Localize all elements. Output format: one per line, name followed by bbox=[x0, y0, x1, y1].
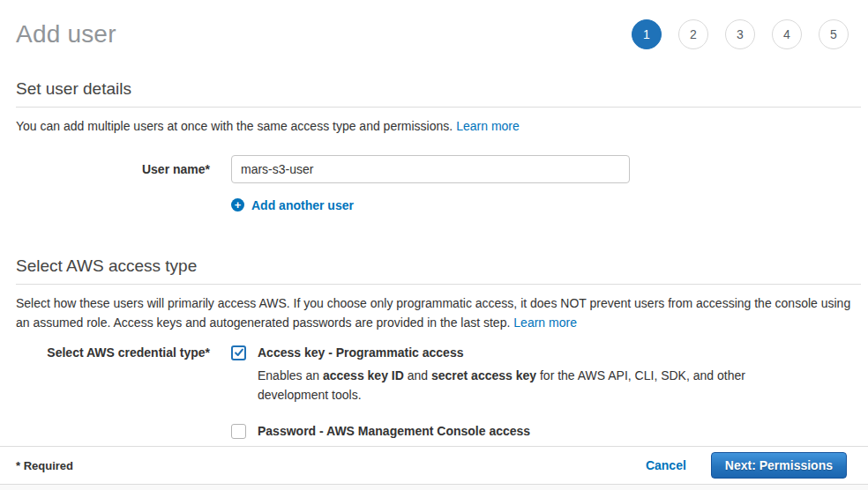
wizard-step-2: 2 bbox=[678, 19, 708, 49]
wizard-step-4: 4 bbox=[772, 19, 802, 49]
checkmark-icon bbox=[234, 347, 244, 358]
plus-circle-icon: + bbox=[231, 198, 244, 212]
required-note: * Required bbox=[16, 459, 73, 472]
user-details-heading: Set user details bbox=[16, 79, 861, 108]
user-details-intro: You can add multiple users at once with … bbox=[16, 116, 861, 136]
access-type-learn-more-link[interactable]: Learn more bbox=[513, 316, 577, 330]
password-title[interactable]: Password - AWS Management Console access bbox=[258, 423, 715, 440]
footer-row: * Required Cancel Next: Permissions bbox=[0, 447, 868, 485]
add-another-user-button[interactable]: + Add another user bbox=[231, 198, 354, 212]
desc-text: and bbox=[404, 368, 431, 382]
page-title: Add user bbox=[16, 20, 116, 48]
wizard-footer: * Required Cancel Next: Permissions bbox=[0, 446, 868, 485]
username-input[interactable] bbox=[231, 155, 630, 183]
wizard-steps: 1 2 3 4 5 bbox=[632, 19, 849, 49]
option-access-key-text: Access key - Programmatic access Enables… bbox=[258, 345, 750, 405]
add-another-user-label: Add another user bbox=[251, 198, 354, 212]
add-another-user-row: + Add another user bbox=[231, 197, 861, 212]
wizard-step-1: 1 bbox=[632, 19, 662, 49]
page-header: Add user 1 2 3 4 5 bbox=[16, 0, 861, 55]
user-details-learn-more-link[interactable]: Learn more bbox=[456, 119, 520, 133]
access-key-description: Enables an access key ID and secret acce… bbox=[258, 366, 750, 405]
desc-bold: access key ID bbox=[323, 368, 404, 382]
username-form-row: User name* bbox=[16, 155, 861, 183]
access-type-intro: Select how these users will primarily ac… bbox=[16, 293, 861, 332]
footer-actions: Cancel Next: Permissions bbox=[646, 452, 847, 479]
access-type-intro-text: Select how these users will primarily ac… bbox=[16, 296, 850, 330]
wizard-step-5: 5 bbox=[819, 19, 849, 49]
section-user-details: Set user details You can add multiple us… bbox=[16, 79, 861, 212]
desc-text: Enables an bbox=[258, 368, 323, 382]
access-type-heading: Select AWS access type bbox=[16, 256, 861, 285]
bottom-strip bbox=[0, 484, 868, 490]
next-permissions-button[interactable]: Next: Permissions bbox=[711, 452, 847, 479]
wizard-step-3: 3 bbox=[725, 19, 755, 49]
user-details-intro-text: You can add multiple users at once with … bbox=[16, 119, 453, 133]
option-access-key: Access key - Programmatic access Enables… bbox=[231, 345, 750, 405]
section-access-type: Select AWS access type Select how these … bbox=[16, 256, 861, 464]
desc-bold: secret access key bbox=[431, 368, 536, 382]
credential-type-label: Select AWS credential type* bbox=[16, 345, 231, 360]
password-checkbox[interactable] bbox=[231, 424, 246, 439]
username-label: User name* bbox=[16, 155, 231, 176]
access-key-checkbox[interactable] bbox=[231, 345, 246, 360]
cancel-button[interactable]: Cancel bbox=[646, 458, 686, 472]
access-key-title[interactable]: Access key - Programmatic access bbox=[258, 345, 750, 361]
